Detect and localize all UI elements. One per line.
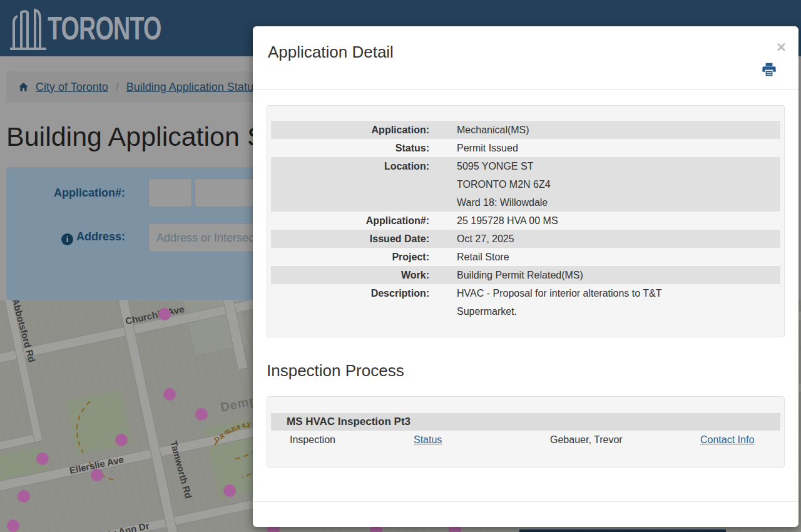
inspection-contact-info-link[interactable]: Contact Info [700,434,754,445]
application-number-part1-input[interactable] [148,178,192,207]
application-detail-modal: Application Detail × Application: Mechan… [253,26,798,527]
inspection-inspector: Gebauer, Trevor [550,431,700,449]
inspection-status-link[interactable]: Status [414,434,442,445]
breadcrumb-current-link[interactable]: Building Application Status [126,81,259,94]
inspection-type: Inspection [290,431,414,449]
inspection-row: Inspection Status Gebauer, Trevor Contac… [271,431,780,449]
map-marker[interactable] [36,453,49,465]
detail-row-application-number: Application#: 25 195728 HVA 00 MS [271,212,780,230]
map-marker[interactable] [18,490,30,503]
detail-row-description: Description: HVAC - Proposal for interio… [271,284,780,320]
detail-row-status: Status: Permit Issued [271,139,780,157]
map-marker[interactable] [91,469,103,481]
detail-row-project: Project: Retail Store [271,248,780,266]
breadcrumb-home-link[interactable]: City of Toronto [36,81,108,94]
toronto-skyline-icon [9,4,48,53]
inspection-process-heading: Inspection Process [267,361,785,381]
detail-row-location: Location: 5095 YONGE ST TORONTO M2N 6Z4 … [271,157,780,212]
logo-wordmark: TORONTO [48,9,161,47]
inspection-panel: MS HVAC Inspection Pt3 Inspection Status… [267,396,785,468]
map-marker[interactable] [115,434,128,446]
detail-row-work: Work: Building Permit Related(MS) [271,266,780,284]
toronto-logo[interactable]: TORONTO [9,4,186,53]
detail-row-issued-date: Issued Date: Oct 27, 2025 [271,230,780,248]
map-marker[interactable] [158,308,171,320]
address-label: iAddress: [6,230,125,245]
map-marker[interactable] [7,519,19,532]
map-marker[interactable] [163,388,176,401]
home-icon [18,81,29,93]
inspection-group-title: MS HVAC Inspection Pt3 [271,413,780,431]
modal-body: Application: Mechanical(MS) Status: Perm… [253,105,798,468]
application-number-label: Application#: [6,187,125,200]
detail-row-application: Application: Mechanical(MS) [271,121,780,139]
map-highway-line [519,529,726,532]
breadcrumb-separator: / [116,81,119,94]
modal-title: Application Detail [268,43,394,62]
printer-icon [761,61,777,78]
info-icon[interactable]: i [61,233,73,245]
modal-footer [253,501,798,527]
modal-header: Application Detail × [253,26,798,90]
map-marker[interactable] [223,484,236,497]
map-marker[interactable] [195,408,208,421]
close-icon[interactable]: × [775,38,787,56]
print-button[interactable] [761,61,777,79]
application-details-panel: Application: Mechanical(MS) Status: Perm… [267,105,785,337]
